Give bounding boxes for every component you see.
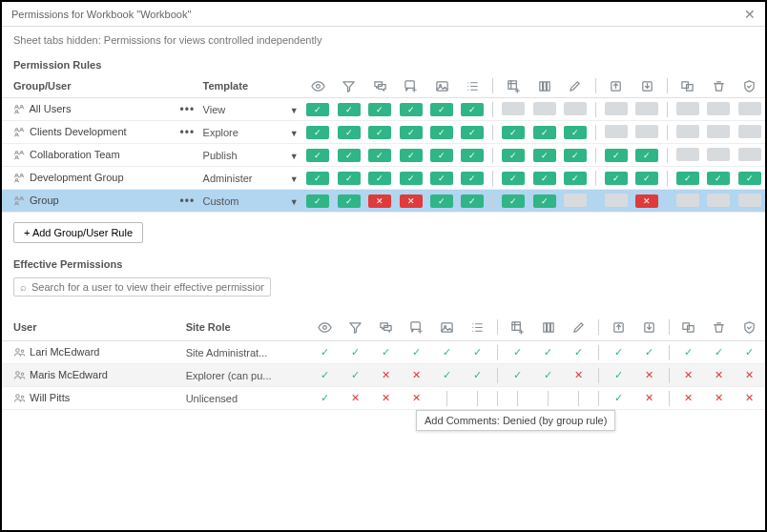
add-rule-button[interactable]: + Add Group/User Rule xyxy=(13,222,143,243)
perm-cell[interactable] xyxy=(461,126,484,139)
perm-cell[interactable] xyxy=(502,126,525,139)
chevron-down-icon[interactable]: ▼ xyxy=(290,174,299,184)
perm-cell[interactable] xyxy=(676,194,699,207)
perm-cell[interactable] xyxy=(368,103,391,116)
perm-cell[interactable] xyxy=(338,126,361,139)
group-name: Clients Development xyxy=(30,126,127,137)
perm-cell[interactable] xyxy=(306,194,329,208)
perm-cell[interactable] xyxy=(502,149,525,162)
perm-cell[interactable] xyxy=(605,125,628,138)
perm-cell[interactable] xyxy=(430,149,453,162)
rules-section-title: Permission Rules xyxy=(2,53,765,74)
eff-mark xyxy=(738,392,761,404)
perm-header-overwrite-icon xyxy=(529,74,559,98)
perm-cell[interactable] xyxy=(605,194,628,207)
perm-cell[interactable] xyxy=(306,172,329,185)
col-group-user: Group/User xyxy=(2,74,176,98)
kebab-icon[interactable]: ••• xyxy=(180,126,196,139)
perm-cell[interactable] xyxy=(502,172,525,185)
perm-cell[interactable] xyxy=(368,194,391,208)
perm-cell[interactable] xyxy=(461,172,484,185)
eff-row[interactable]: Maris McEdwardExplorer (can pu... xyxy=(2,364,765,387)
perm-cell[interactable] xyxy=(502,194,525,208)
close-icon[interactable]: ✕ xyxy=(744,7,756,22)
rule-row[interactable]: Collaboration TeamPublish▼ xyxy=(2,144,765,167)
perm-cell[interactable] xyxy=(635,194,658,208)
chevron-down-icon[interactable]: ▼ xyxy=(290,106,299,115)
perm-cell[interactable] xyxy=(461,149,484,162)
perm-cell[interactable] xyxy=(368,172,391,185)
perm-cell[interactable] xyxy=(461,103,484,116)
perm-cell[interactable] xyxy=(338,103,361,116)
rule-row[interactable]: All Users•••View▼ xyxy=(2,98,765,121)
kebab-icon[interactable]: ••• xyxy=(180,194,196,208)
perm-cell[interactable] xyxy=(430,172,453,185)
eff-mark xyxy=(435,346,458,358)
perm-cell[interactable] xyxy=(564,102,587,115)
perm-cell[interactable] xyxy=(605,172,628,185)
perm-cell[interactable] xyxy=(533,172,556,185)
perm-cell[interactable] xyxy=(635,125,658,138)
perm-cell[interactable] xyxy=(707,125,730,138)
perm-cell[interactable] xyxy=(707,172,730,185)
perm-cell[interactable] xyxy=(533,194,556,208)
rule-row[interactable]: Development GroupAdminister▼ xyxy=(2,167,765,190)
perm-cell[interactable] xyxy=(564,126,587,139)
rule-row[interactable]: Clients Development•••Explore▼ xyxy=(2,121,765,144)
search-box[interactable]: ⌕ xyxy=(13,277,271,297)
search-input[interactable] xyxy=(31,281,264,293)
perm-cell[interactable] xyxy=(676,172,699,185)
perm-cell[interactable] xyxy=(738,125,761,138)
perm-cell[interactable] xyxy=(306,126,329,139)
perm-cell[interactable] xyxy=(676,102,699,115)
perm-cell[interactable] xyxy=(605,102,628,115)
perm-cell[interactable] xyxy=(338,194,361,208)
perm-cell[interactable] xyxy=(605,149,628,162)
perm-cell[interactable] xyxy=(707,194,730,207)
perm-cell[interactable] xyxy=(676,125,699,138)
perm-header-edit-icon xyxy=(560,74,591,98)
perm-cell[interactable] xyxy=(738,194,761,207)
chevron-down-icon[interactable]: ▼ xyxy=(290,129,299,138)
group-name: Collaboration Team xyxy=(30,149,120,160)
perm-cell[interactable] xyxy=(564,149,587,162)
perm-cell[interactable] xyxy=(502,102,525,115)
perm-cell[interactable] xyxy=(400,103,423,116)
perm-cell[interactable] xyxy=(738,148,761,161)
rule-row[interactable]: Group•••Custom▼ xyxy=(2,190,765,213)
kebab-icon[interactable]: ••• xyxy=(180,103,196,116)
perm-cell[interactable] xyxy=(338,172,361,185)
perm-cell[interactable] xyxy=(430,126,453,139)
perm-cell[interactable] xyxy=(306,103,329,116)
perm-cell[interactable] xyxy=(430,103,453,116)
perm-cell[interactable] xyxy=(635,102,658,115)
perm-cell[interactable] xyxy=(635,149,658,162)
perm-cell[interactable] xyxy=(368,126,391,139)
eff-row[interactable]: Lari McEdwardSite Administrat... xyxy=(2,341,765,364)
perm-cell[interactable] xyxy=(738,102,761,115)
perm-cell[interactable] xyxy=(461,194,484,208)
eff-row[interactable]: Will PittsUnlicensed xyxy=(2,387,765,410)
perm-cell[interactable] xyxy=(533,102,556,115)
perm-cell[interactable] xyxy=(400,149,423,162)
chevron-down-icon[interactable]: ▼ xyxy=(290,152,299,161)
perm-cell[interactable] xyxy=(738,172,761,185)
perm-cell[interactable] xyxy=(564,172,587,185)
chevron-down-icon[interactable]: ▼ xyxy=(290,197,299,207)
perm-cell[interactable] xyxy=(676,148,699,161)
perm-cell[interactable] xyxy=(338,149,361,162)
perm-header-image-icon xyxy=(426,74,457,98)
perm-cell[interactable] xyxy=(400,172,423,185)
perm-cell[interactable] xyxy=(707,148,730,161)
perm-cell[interactable] xyxy=(533,149,556,162)
perm-cell[interactable] xyxy=(430,194,453,208)
perm-cell[interactable] xyxy=(368,149,391,162)
perm-cell[interactable] xyxy=(400,126,423,139)
perm-cell[interactable] xyxy=(400,194,423,208)
perm-cell[interactable] xyxy=(635,172,658,185)
perm-cell[interactable] xyxy=(564,194,587,207)
perm-cell[interactable] xyxy=(707,102,730,115)
perm-cell[interactable] xyxy=(533,126,556,139)
eff-mark xyxy=(374,346,397,358)
perm-cell[interactable] xyxy=(306,149,329,162)
